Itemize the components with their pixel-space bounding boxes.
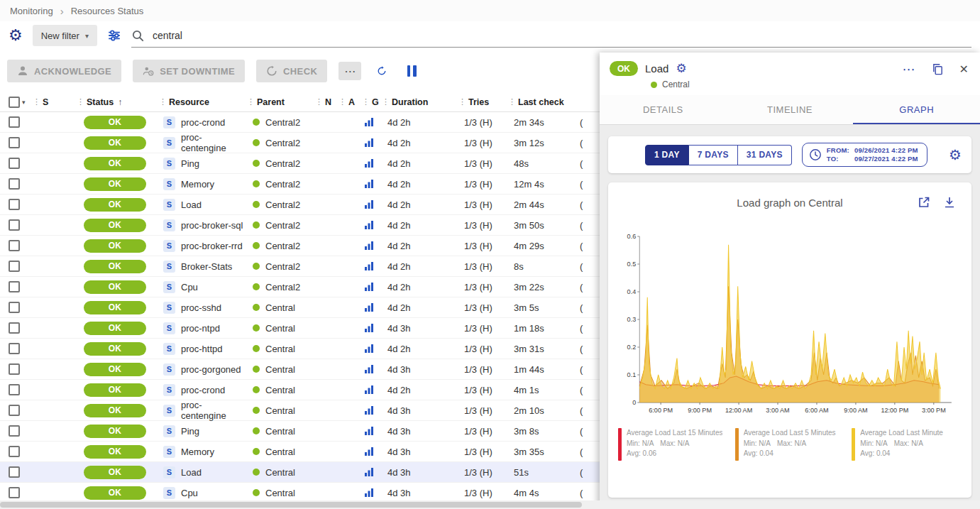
graph-icon[interactable] bbox=[364, 344, 374, 354]
row-checkbox[interactable] bbox=[9, 137, 20, 148]
column-header-graph[interactable]: G bbox=[372, 97, 379, 107]
graph-icon[interactable] bbox=[364, 261, 374, 271]
row-checkbox[interactable] bbox=[9, 405, 20, 416]
parent-name[interactable]: Central2 bbox=[265, 179, 300, 190]
column-drag-icon[interactable]: ⋮ bbox=[508, 97, 516, 106]
search-field[interactable] bbox=[131, 23, 971, 48]
row-checkbox[interactable] bbox=[9, 487, 20, 498]
column-drag-icon[interactable]: ⋮ bbox=[315, 97, 323, 106]
graph-icon[interactable] bbox=[364, 447, 374, 456]
breadcrumb-item-monitoring[interactable]: Monitoring bbox=[10, 6, 53, 16]
new-filter-button[interactable]: New filter ▾ bbox=[33, 25, 97, 46]
parent-name[interactable]: Central bbox=[265, 467, 295, 478]
acknowledge-button[interactable]: ACKNOWLEDGE bbox=[7, 60, 121, 82]
select-all-checkbox[interactable] bbox=[9, 97, 20, 108]
table-row[interactable]: OK S proc-crond Central 4d 2h 1/3 (H) 4m… bbox=[0, 380, 600, 400]
row-checkbox[interactable] bbox=[9, 322, 20, 334]
graph-settings-gear-icon[interactable]: ⚙ bbox=[949, 148, 962, 162]
graph-icon[interactable] bbox=[364, 302, 374, 312]
resource-name[interactable]: Load bbox=[181, 467, 202, 478]
column-drag-icon[interactable]: ⋮ bbox=[33, 97, 40, 106]
graph-icon[interactable] bbox=[364, 467, 374, 477]
horizontal-scrollbar[interactable] bbox=[0, 500, 980, 509]
row-checkbox[interactable] bbox=[9, 199, 20, 210]
download-icon[interactable] bbox=[943, 196, 956, 209]
table-row[interactable]: OK S proc-broker-rrd Central2 4d 2h 1/3 … bbox=[0, 236, 600, 256]
graph-icon[interactable] bbox=[364, 282, 374, 292]
graph-icon[interactable] bbox=[364, 426, 374, 436]
resource-name[interactable]: proc-broker-sql bbox=[181, 220, 243, 231]
resource-name[interactable]: proc-httpd bbox=[181, 344, 223, 354]
tab-graph[interactable]: GRAPH bbox=[853, 95, 980, 124]
graph-icon[interactable] bbox=[364, 323, 374, 333]
parent-name[interactable]: Central bbox=[265, 344, 295, 354]
parent-name[interactable]: Central bbox=[265, 426, 295, 437]
parent-name[interactable]: Central2 bbox=[265, 282, 300, 292]
column-drag-icon[interactable]: ⋮ bbox=[338, 97, 346, 106]
parent-name[interactable]: Central bbox=[265, 302, 295, 313]
resource-name[interactable]: proc-sshd bbox=[181, 302, 221, 313]
resource-name[interactable]: proc-crond bbox=[181, 385, 225, 395]
legend-item[interactable]: Average Load Last 15 Minutes Min: N/AMax… bbox=[618, 428, 728, 461]
resource-name[interactable]: proc-centengine bbox=[181, 132, 244, 153]
resource-name[interactable]: proc-ntpd bbox=[181, 323, 220, 334]
table-row[interactable]: OK S Ping Central 4d 3h 1/3 (H) 3m 8s ( bbox=[0, 421, 600, 442]
table-row[interactable]: OK S Load Central 4d 3h 1/3 (H) 51s ( bbox=[0, 462, 600, 483]
table-row[interactable]: OK S Broker-Stats Central2 4d 2h 1/3 (H)… bbox=[0, 256, 600, 277]
row-checkbox[interactable] bbox=[9, 466, 20, 478]
check-button[interactable]: CHECK bbox=[256, 60, 327, 82]
copy-icon[interactable] bbox=[932, 63, 944, 75]
parent-name[interactable]: Central2 bbox=[265, 261, 300, 272]
parent-name[interactable]: Central bbox=[265, 447, 295, 457]
legend-item[interactable]: Average Load Last 5 Minutes Min: N/AMax:… bbox=[735, 428, 845, 461]
row-checkbox[interactable] bbox=[9, 116, 20, 128]
column-drag-icon[interactable]: ⋮ bbox=[247, 97, 255, 106]
column-header-last-check[interactable]: Last check bbox=[518, 97, 564, 107]
graph-icon[interactable] bbox=[364, 220, 374, 230]
parent-name[interactable]: Central bbox=[265, 364, 295, 375]
resource-name[interactable]: Ping bbox=[181, 158, 199, 169]
table-row[interactable]: OK S Cpu Central2 4d 2h 1/3 (H) 3m 22s ( bbox=[0, 277, 600, 297]
row-checkbox[interactable] bbox=[9, 384, 20, 395]
parent-name[interactable]: Central2 bbox=[265, 220, 300, 231]
refresh-button[interactable] bbox=[373, 62, 391, 80]
legend-item[interactable]: Average Load Last Minute Min: N/AMax: N/… bbox=[852, 428, 962, 461]
parent-name[interactable]: Central2 bbox=[265, 158, 300, 169]
set-downtime-button[interactable]: SET DOWNTIME bbox=[133, 60, 245, 82]
resource-name[interactable]: proc-centengine bbox=[181, 400, 244, 421]
search-input[interactable] bbox=[151, 29, 971, 42]
resource-name[interactable]: Ping bbox=[181, 426, 199, 437]
tab-details[interactable]: DETAILS bbox=[600, 95, 727, 124]
column-header-resource[interactable]: Resource bbox=[169, 97, 209, 107]
resource-name[interactable]: proc-crond bbox=[181, 117, 225, 128]
scrollbar-thumb[interactable] bbox=[0, 502, 582, 508]
resource-name[interactable]: Memory bbox=[181, 447, 214, 457]
table-row[interactable]: OK S Memory Central2 4d 2h 1/3 (H) 12m 4… bbox=[0, 174, 600, 195]
table-row[interactable]: OK S Ping Central2 4d 2h 1/3 (H) 48s ( bbox=[0, 153, 600, 174]
column-header-duration[interactable]: Duration bbox=[392, 97, 428, 107]
load-chart-svg[interactable]: 00.10.20.30.40.50.66:00 PM9:00 PM12:00 A… bbox=[618, 231, 962, 421]
row-checkbox[interactable] bbox=[9, 158, 20, 169]
column-header-status[interactable]: Status bbox=[87, 97, 114, 107]
column-header-notes[interactable]: N bbox=[325, 97, 331, 107]
table-row[interactable]: OK S Memory Central 4d 3h 1/3 (H) 3m 35s… bbox=[0, 442, 600, 462]
table-row[interactable]: OK S proc-httpd Central 4d 2h 1/3 (H) 3m… bbox=[0, 339, 600, 359]
column-header-tries[interactable]: Tries bbox=[468, 97, 489, 107]
column-drag-icon[interactable]: ⋮ bbox=[382, 97, 390, 106]
parent-name[interactable]: Central2 bbox=[265, 241, 300, 251]
graph-icon[interactable] bbox=[364, 364, 374, 374]
table-row[interactable]: OK S proc-sshd Central 4d 2h 1/3 (H) 3m … bbox=[0, 297, 600, 318]
parent-name[interactable]: Central2 bbox=[265, 199, 300, 210]
graph-icon[interactable] bbox=[364, 385, 374, 395]
parent-name[interactable]: Central bbox=[265, 488, 295, 498]
parent-name[interactable]: Central2 bbox=[265, 138, 300, 148]
row-checkbox[interactable] bbox=[9, 446, 20, 457]
column-drag-icon[interactable]: ⋮ bbox=[77, 97, 84, 106]
row-checkbox[interactable] bbox=[9, 281, 20, 292]
row-checkbox[interactable] bbox=[9, 178, 20, 190]
graph-icon[interactable] bbox=[364, 158, 374, 168]
range-31-days-button[interactable]: 31 DAYS bbox=[738, 145, 792, 165]
table-row[interactable]: OK S Load Central2 4d 2h 1/3 (H) 2m 44s … bbox=[0, 195, 600, 215]
graph-icon[interactable] bbox=[364, 405, 374, 415]
close-icon[interactable]: ✕ bbox=[959, 62, 969, 76]
